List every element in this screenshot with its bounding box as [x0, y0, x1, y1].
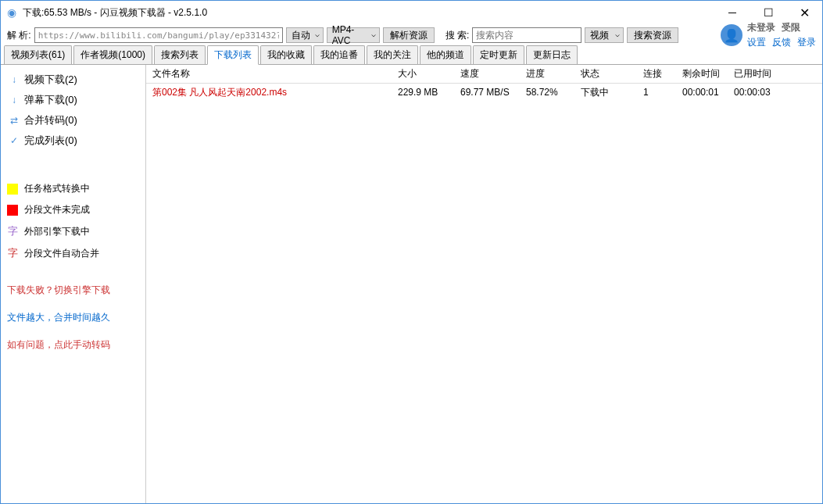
search-button[interactable]: 搜索资源: [627, 27, 678, 43]
app-icon: ◉: [5, 6, 18, 19]
char-icon: 字: [7, 224, 18, 238]
settings-link[interactable]: 设置: [747, 36, 766, 49]
sidebar-merge-transcode[interactable]: ⇄ 合并转码(0): [4, 110, 142, 130]
window-title: 下载:65.53 MB/s - 闪豆视频下载器 - v2.5.1.0: [23, 6, 714, 20]
tab-channel[interactable]: 他的频道: [420, 45, 471, 64]
yellow-box-icon: [7, 184, 18, 195]
download-icon: ↓: [9, 95, 20, 105]
mode-dropdown[interactable]: 自动: [286, 27, 324, 43]
user-area: 👤 未登录 受限 设置 反馈 登录: [721, 21, 816, 49]
tab-changelog[interactable]: 更新日志: [526, 45, 578, 64]
col-remain[interactable]: 剩余时间: [682, 67, 734, 80]
sidebar: ↓ 视频下载(2) ↓ 弹幕下载(0) ⇄ 合并转码(0) ✓ 完成列表(0) …: [1, 65, 146, 503]
cell-speed: 69.77 MB/S: [460, 87, 526, 98]
avatar-icon[interactable]: 👤: [721, 24, 742, 46]
search-type-dropdown[interactable]: 视频: [585, 27, 624, 43]
legend-automerge: 字 分段文件自动合并: [4, 246, 142, 260]
cell-size: 229.9 MB: [398, 87, 460, 98]
limit-status: 受限: [782, 21, 800, 34]
tab-search-list[interactable]: 搜索列表: [154, 45, 206, 64]
col-speed[interactable]: 速度: [460, 67, 526, 80]
sidebar-item-label: 合并转码(0): [24, 113, 77, 127]
cell-status: 下载中: [581, 86, 643, 99]
tab-following[interactable]: 我的关注: [367, 45, 418, 64]
legend: 任务格式转换中 分段文件未完成 字 外部引擎下载中 字 分段文件自动合并: [4, 182, 142, 260]
sidebar-item-label: 完成列表(0): [24, 134, 77, 148]
url-input[interactable]: [34, 27, 283, 43]
col-progress[interactable]: 进度: [526, 67, 581, 80]
cell-used: 00:00:03: [734, 87, 785, 98]
cell-filename: 第002集 凡人风起天南2002.m4s: [146, 86, 398, 99]
search-input[interactable]: [472, 27, 581, 43]
transcode-icon: ⇄: [9, 115, 20, 126]
cell-progress: 58.72%: [526, 87, 581, 98]
col-status[interactable]: 状态: [581, 67, 643, 80]
feedback-link[interactable]: 反馈: [772, 36, 791, 49]
table-row[interactable]: 第002集 凡人风起天南2002.m4s 229.9 MB 69.77 MB/S…: [146, 84, 822, 101]
cell-remain: 00:00:01: [682, 87, 734, 98]
col-filename[interactable]: 文件名称: [146, 67, 398, 80]
col-conn[interactable]: 连接: [643, 67, 682, 80]
legend-converting: 任务格式转换中: [4, 182, 142, 195]
col-size[interactable]: 大小: [398, 67, 460, 80]
sidebar-danmu-download[interactable]: ↓ 弹幕下载(0): [4, 90, 142, 110]
search-label: 搜 索:: [445, 29, 470, 42]
format-dropdown[interactable]: MP4-AVC: [327, 27, 380, 43]
col-used[interactable]: 已用时间: [734, 67, 785, 80]
legend-external: 字 外部引擎下载中: [4, 224, 142, 238]
download-icon: ↓: [9, 74, 20, 85]
red-box-icon: [7, 205, 18, 216]
legend-incomplete: 分段文件未完成: [4, 203, 142, 216]
sidebar-item-label: 视频下载(2): [24, 73, 77, 87]
tab-favorites[interactable]: 我的收藏: [260, 45, 312, 64]
char-icon: 字: [7, 246, 18, 260]
titlebar: ◉ 下载:65.53 MB/s - 闪豆视频下载器 - v2.5.1.0 ─ ☐…: [1, 1, 822, 24]
tab-bangumi[interactable]: 我的追番: [313, 45, 365, 64]
parse-label: 解 析:: [7, 29, 31, 42]
check-icon: ✓: [9, 135, 20, 146]
tabs: 视频列表(61) 作者视频(1000) 搜索列表 下载列表 我的收藏 我的追番 …: [1, 46, 822, 65]
tab-download-list[interactable]: 下载列表: [207, 45, 259, 65]
main-panel: 文件名称 大小 速度 进度 状态 连接 剩余时间 已用时间 第002集 凡人风起…: [146, 65, 822, 503]
sidebar-video-download[interactable]: ↓ 视频下载(2): [4, 70, 142, 90]
help-manual-transcode[interactable]: 如有问题，点此手动转码: [7, 338, 142, 352]
tab-video-list[interactable]: 视频列表(61): [4, 45, 72, 64]
login-status: 未登录: [747, 21, 775, 34]
tab-scheduled[interactable]: 定时更新: [473, 45, 524, 64]
help-merge-time: 文件越大，合并时间越久: [7, 311, 142, 324]
toolbar: 解 析: 自动 MP4-AVC 解析资源 搜 索: 视频 搜索资源 👤 未登录 …: [1, 24, 822, 46]
table-header: 文件名称 大小 速度 进度 状态 连接 剩余时间 已用时间: [146, 65, 822, 84]
parse-button[interactable]: 解析资源: [383, 27, 435, 43]
cell-conn: 1: [643, 87, 682, 98]
sidebar-item-label: 弹幕下载(0): [24, 93, 77, 107]
help-switch-engine[interactable]: 下载失败？切换引擎下载: [7, 284, 142, 297]
sidebar-completed[interactable]: ✓ 完成列表(0): [4, 130, 142, 151]
login-link[interactable]: 登录: [797, 36, 816, 49]
help-links: 下载失败？切换引擎下载 文件越大，合并时间越久 如有问题，点此手动转码: [4, 284, 142, 352]
tab-author-video[interactable]: 作者视频(1000): [73, 45, 152, 64]
